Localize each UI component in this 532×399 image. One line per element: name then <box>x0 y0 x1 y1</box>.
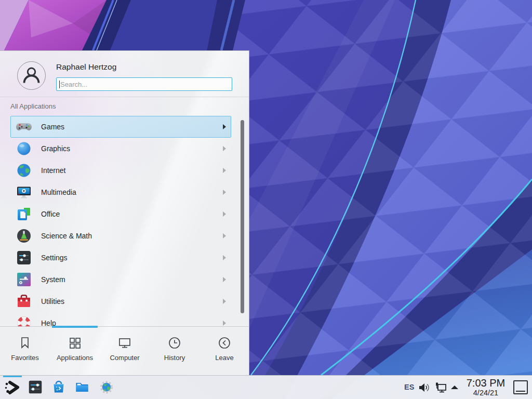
globe-gear-icon <box>99 380 114 394</box>
category-list: Games Graphics Internet <box>0 116 249 326</box>
category-label: Games <box>41 123 64 131</box>
web-browser-button[interactable] <box>99 380 115 395</box>
bookmark-icon <box>18 336 32 350</box>
category-label: Office <box>41 210 60 218</box>
tab-label: Computer <box>110 354 139 362</box>
app-launcher-icon <box>4 379 20 396</box>
category-row-games[interactable]: Games <box>10 116 231 138</box>
user-icon <box>18 61 45 90</box>
tab-applications[interactable]: Applications <box>50 327 100 376</box>
category-label: Multimedia <box>41 188 76 196</box>
submenu-arrow-icon <box>223 124 226 129</box>
category-row-help[interactable]: Help <box>10 312 231 326</box>
category-label: Help <box>41 319 56 326</box>
launcher-active-indicator <box>3 376 22 377</box>
globe-icon <box>16 162 32 179</box>
keyboard-layout-indicator[interactable]: ES <box>404 383 414 391</box>
category-row-office[interactable]: Office <box>10 203 231 225</box>
digital-clock[interactable]: 7:03 PM 4/24/21 <box>462 377 509 397</box>
list-scrollbar[interactable] <box>241 120 244 313</box>
submenu-arrow-icon <box>223 233 226 238</box>
tab-label: Applications <box>57 354 93 362</box>
show-desktop-button[interactable] <box>513 380 528 394</box>
submenu-arrow-icon <box>223 168 226 173</box>
search-placeholder: Search... <box>60 81 87 88</box>
tab-leave[interactable]: Leave <box>200 327 249 376</box>
gamepad-icon <box>16 118 32 135</box>
submenu-arrow-icon <box>223 277 226 282</box>
network-tray-item[interactable] <box>434 381 448 394</box>
lifebuoy-icon <box>16 315 32 326</box>
text-cursor <box>59 81 60 88</box>
toolbox-icon <box>16 293 32 310</box>
flask-icon <box>16 228 32 244</box>
submenu-arrow-icon <box>223 211 226 217</box>
submenu-arrow-icon <box>223 190 226 195</box>
network-icon <box>434 381 448 394</box>
category-label: Utilities <box>41 297 64 305</box>
submenu-arrow-icon <box>223 299 226 304</box>
app-launcher-button[interactable] <box>4 379 20 396</box>
section-label: All Applications <box>10 102 56 110</box>
folder-icon <box>75 380 89 394</box>
category-label: System <box>41 275 65 284</box>
category-label: Internet <box>41 166 65 175</box>
media-screen-icon <box>16 184 32 201</box>
tab-computer[interactable]: Computer <box>100 327 150 376</box>
system-slider-icon <box>16 271 32 288</box>
category-row-utilities[interactable]: Utilities <box>10 290 231 312</box>
user-name: Raphael Hertzog <box>56 62 116 72</box>
tab-label: History <box>164 354 185 362</box>
header-divider <box>0 97 249 97</box>
application-launcher-menu: Raphael Hertzog Search... All Applicatio… <box>0 50 249 375</box>
category-row-internet[interactable]: Internet <box>10 159 231 181</box>
paint-sphere-icon <box>16 140 32 157</box>
volume-tray-item[interactable] <box>419 382 431 393</box>
sliders-icon <box>16 249 32 266</box>
clock-date: 4/24/21 <box>462 389 509 397</box>
launcher-tab-bar: Favorites Applications Computer <box>0 326 249 376</box>
documents-icon <box>16 206 32 222</box>
expand-tray-button[interactable] <box>450 384 459 391</box>
category-label: Graphics <box>41 144 70 153</box>
category-row-system[interactable]: System <box>10 269 231 290</box>
leave-icon <box>217 336 232 350</box>
taskbar: ES 7:03 PM 4/24/21 <box>0 375 532 399</box>
category-row-graphics[interactable]: Graphics <box>10 138 231 159</box>
tab-history[interactable]: History <box>150 327 200 376</box>
category-row-science-math[interactable]: Science & Math <box>10 225 231 247</box>
tab-label: Favorites <box>11 354 38 362</box>
submenu-arrow-icon <box>223 146 226 151</box>
computer-icon <box>117 336 132 350</box>
category-row-settings[interactable]: Settings <box>10 247 231 269</box>
submenu-arrow-icon <box>223 321 226 326</box>
tab-favorites[interactable]: Favorites <box>0 327 50 376</box>
category-row-multimedia[interactable]: Multimedia <box>10 181 231 203</box>
volume-icon <box>419 382 431 393</box>
tab-label: Leave <box>215 354 233 362</box>
software-bag-icon <box>51 380 66 394</box>
system-settings-button[interactable] <box>28 380 44 395</box>
clock-time: 7:03 PM <box>462 377 509 389</box>
settings-sliders-icon <box>28 380 43 394</box>
category-label: Science & Math <box>41 232 92 240</box>
expand-tray-icon <box>450 384 459 391</box>
user-avatar[interactable] <box>17 61 46 90</box>
category-label: Settings <box>41 254 68 262</box>
clock-icon <box>167 336 182 350</box>
search-input[interactable]: Search... <box>56 77 232 91</box>
submenu-arrow-icon <box>223 255 226 260</box>
file-manager-button[interactable] <box>75 380 90 395</box>
grid-icon <box>68 336 82 350</box>
discover-button[interactable] <box>51 380 67 395</box>
